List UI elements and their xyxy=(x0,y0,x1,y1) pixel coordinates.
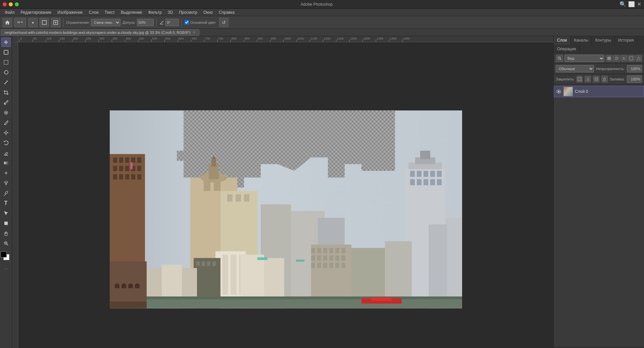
svg-rect-143 xyxy=(125,174,129,180)
healing-tool-btn[interactable] xyxy=(1,108,11,117)
blend-mode-select[interactable]: Обычные xyxy=(556,65,594,72)
layer-type-text-btn[interactable]: A xyxy=(621,55,627,62)
opacity-label: Непрозрачность: xyxy=(596,67,625,71)
layer-filter-select[interactable]: Вид xyxy=(564,55,604,62)
layer-visibility-toggle[interactable] xyxy=(556,89,561,94)
fill-label: Заливка: xyxy=(610,77,625,81)
gradient-tool-btn[interactable] xyxy=(1,158,11,168)
brush-tool-btn[interactable] xyxy=(1,118,11,127)
menu-text[interactable]: Текст xyxy=(102,9,117,15)
svg-rect-141 xyxy=(113,174,117,180)
zoom-tool-btn[interactable] xyxy=(1,239,11,248)
menu-file[interactable]: Файл xyxy=(2,9,17,15)
menu-layers[interactable]: Слои xyxy=(86,9,101,15)
lock-transparency-btn[interactable] xyxy=(577,76,583,82)
brush-preset-btn[interactable]: ✏ ▼ xyxy=(14,18,26,27)
extra-options-btn[interactable]: ⋯ xyxy=(1,264,11,274)
menu-edit[interactable]: Редактирование xyxy=(18,9,54,15)
menu-filter[interactable]: Фильтр xyxy=(146,9,164,15)
eraser-tool-btn[interactable] xyxy=(1,148,11,158)
toolbar-separator-1 xyxy=(63,18,63,26)
home-btn[interactable] xyxy=(3,18,12,27)
tab-paths[interactable]: Контуры xyxy=(592,36,615,45)
path-select-tool-btn[interactable] xyxy=(1,209,11,218)
shape-tool-btn[interactable] xyxy=(1,219,11,228)
menu-help[interactable]: Справка xyxy=(216,9,237,15)
svg-rect-142 xyxy=(119,174,123,180)
opacity-input[interactable] xyxy=(627,65,642,72)
search-icon[interactable]: 🔍 xyxy=(620,1,626,7)
svg-text:200: 200 xyxy=(73,37,78,40)
fill-input[interactable] xyxy=(627,75,642,83)
brush-size-btn[interactable]: ● xyxy=(28,18,38,27)
pen-tool-btn[interactable] xyxy=(1,188,11,198)
tool-mode-btn[interactable] xyxy=(40,18,49,27)
tool-add-btn[interactable] xyxy=(51,18,60,27)
refresh-btn[interactable]: ↺ xyxy=(219,18,229,27)
svg-rect-208 xyxy=(335,255,339,261)
marquee-tool-btn[interactable] xyxy=(1,58,11,67)
canvas-content[interactable] xyxy=(18,42,553,348)
toolbox: ✥ xyxy=(0,36,12,348)
doc-tab-filename: neighborhood-with-colorful-modern-buildi… xyxy=(4,31,190,35)
wand-tool-btn[interactable] xyxy=(1,78,11,87)
lock-transparency-icon xyxy=(578,77,582,81)
clone-tool-btn[interactable] xyxy=(1,128,11,137)
options-bar: ✏ ▼ ● Ограничения: Смеж.пикс. Допуск: xyxy=(0,16,644,29)
tool-add-icon xyxy=(53,20,58,25)
window-close-btn[interactable] xyxy=(3,2,7,6)
svg-rect-165 xyxy=(437,171,442,177)
layer-type-pixel-btn[interactable] xyxy=(606,55,612,62)
canvas-area[interactable]: /* ruler ticks rendered via JS below */ … xyxy=(12,36,553,348)
doc-tab-close[interactable]: × xyxy=(192,30,196,35)
doc-tab[interactable]: neighborhood-with-colorful-modern-buildi… xyxy=(1,29,199,36)
layer-item[interactable]: Слой 0 xyxy=(554,86,644,97)
menu-3d[interactable]: 3D xyxy=(165,9,176,15)
svg-rect-212 xyxy=(323,263,327,268)
lock-all-btn[interactable] xyxy=(601,76,608,82)
tab-layers[interactable]: Слои xyxy=(554,36,571,45)
toolbar-separator-2 xyxy=(156,18,157,26)
lasso-tool-btn[interactable] xyxy=(1,68,11,77)
history-tool-btn[interactable] xyxy=(1,138,11,148)
resize-icon[interactable]: ⬜ xyxy=(628,1,635,7)
layer-type-shape-btn[interactable] xyxy=(628,55,635,62)
tab-channels[interactable]: Каналы xyxy=(571,36,592,45)
tolerance-input[interactable] xyxy=(137,19,154,26)
move-tool-btn[interactable]: ✥ xyxy=(1,38,11,47)
angle-icon xyxy=(159,20,164,25)
crop-tool-btn[interactable] xyxy=(1,88,11,97)
svg-text:700: 700 xyxy=(205,37,210,40)
lasso-icon xyxy=(3,70,9,75)
menu-view[interactable]: Просмотр xyxy=(176,9,200,15)
foreground-color-swatch[interactable] xyxy=(1,251,7,257)
window-max-btn[interactable] xyxy=(15,2,19,6)
dodge-tool-btn[interactable] xyxy=(1,178,11,188)
tab-history[interactable]: История xyxy=(615,36,638,45)
lock-position-icon xyxy=(594,77,598,81)
hand-tool-btn[interactable] xyxy=(1,229,11,238)
restrictions-select[interactable]: Смеж.пикс. xyxy=(91,19,120,26)
svg-rect-133 xyxy=(125,158,129,163)
svg-rect-202 xyxy=(335,248,339,253)
menu-image[interactable]: Изображение xyxy=(55,9,86,15)
close-icon[interactable]: ✕ xyxy=(637,1,641,7)
svg-text:300: 300 xyxy=(99,37,104,40)
svg-rect-155 xyxy=(236,194,241,202)
lock-position-btn[interactable] xyxy=(593,76,599,82)
angle-input[interactable] xyxy=(165,19,179,26)
menu-window[interactable]: Окно xyxy=(201,9,215,15)
artboard-tool-btn[interactable] xyxy=(1,48,11,57)
lock-all-icon xyxy=(602,77,606,81)
layer-type-smart-btn[interactable] xyxy=(635,55,642,62)
layer-type-adjust-btn[interactable] xyxy=(613,55,620,62)
eyedropper-tool-btn[interactable] xyxy=(1,98,11,107)
menu-select[interactable]: Выделение xyxy=(118,9,145,15)
lock-image-btn[interactable] xyxy=(585,76,591,82)
text-tool-btn[interactable]: T xyxy=(1,198,11,208)
sample-color-checkbox[interactable] xyxy=(185,20,189,24)
window-min-btn[interactable] xyxy=(9,2,13,6)
tab-actions[interactable]: Операции xyxy=(554,45,580,53)
blur-tool-btn[interactable] xyxy=(1,168,11,178)
lock-label: Закрепить: xyxy=(556,77,575,81)
